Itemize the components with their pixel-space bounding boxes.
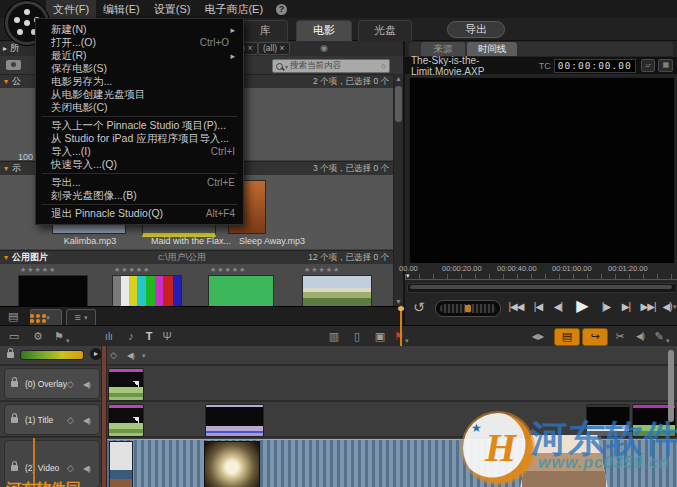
menu-item-export[interactable]: 导出...Ctrl+E [36,176,243,189]
audio-monitor-icon[interactable]: ◀) [632,329,648,344]
speaker-mute-icon[interactable]: ◀) [83,464,90,473]
scrollbar-thumb[interactable] [395,86,402,122]
timecode-display[interactable]: 00:00:00.00 [554,59,636,73]
scrubber-marker[interactable] [400,308,402,346]
camera-icon[interactable] [6,60,21,70]
menu-item-save-movie-as[interactable]: 电影另存为... [36,75,243,88]
person-filter-icon[interactable]: ◉ [320,43,328,53]
menu-item-exit[interactable]: 退出 Pinnacle Studio(Q)Alt+F4 [36,207,243,220]
rating-stars[interactable]: ★★★★★ [210,266,246,274]
music-item-name[interactable]: Kalimba.mp3 [40,236,140,246]
photo-thumbnail-landscape[interactable] [302,275,372,307]
photo-thumbnail-black[interactable] [18,275,88,307]
search-dropdown-caret[interactable]: ▾ [285,63,288,70]
scroll-down-icon[interactable]: ▼ [395,298,402,305]
photo-thumbnail-green[interactable] [208,275,274,307]
lock-icon[interactable] [11,417,18,423]
speaker-mute-icon[interactable]: ◀) [83,380,90,389]
jump-to-start-button[interactable]: |◀◀ [505,298,527,316]
scrollbar-thumb[interactable] [410,285,672,289]
trash-icon[interactable]: ▯ [350,329,364,344]
collapse-icon[interactable]: ▾ [4,164,8,173]
menu-item-open[interactable]: 打开...(O)Ctrl+O [36,36,243,49]
overlay-clip[interactable] [108,368,144,401]
lock-icon[interactable] [7,352,14,358]
red-marker-icon[interactable]: ⚑ [392,329,406,344]
menu-item-import[interactable]: 导入...(I)Ctrl+I [36,145,243,158]
menu-item-recent[interactable]: 最近(R)▸ [36,49,243,62]
previous-clip-button[interactable]: |◀ [529,298,547,316]
menu-setup[interactable]: 设置(S) [147,0,198,18]
search-clear-icon[interactable]: ○ [381,61,386,71]
eye-visibility-icon[interactable]: ◇ [67,415,74,425]
scroll-up-icon[interactable]: ▲ [395,75,402,82]
audio-mixer-icon[interactable]: ılı [100,329,118,344]
list-view-button[interactable]: ≡ ▾ [66,309,96,326]
title-clip[interactable] [205,404,264,437]
collapse-icon[interactable]: ▾ [4,253,8,262]
keyframe-note-icon[interactable]: ♪ [124,329,138,344]
volume-caret-icon[interactable]: ▾ [673,303,677,311]
send-to-timeline-button[interactable]: ↪ [582,328,608,346]
video-clip-with-waveform[interactable] [101,439,677,487]
menu-item-import-previous-project[interactable]: 导入上一个 Pinnacle Studio 项目(P)... [36,119,243,132]
tab-movie[interactable]: 电影 [296,20,352,41]
menu-item-import-ipad-project[interactable]: 从 Studio for iPad 应用程序项目导入... [36,132,243,145]
razor-split-icon[interactable]: ✂ [612,329,628,344]
rating-stars[interactable]: ★★★★★ [114,266,150,274]
edit-tool-icon[interactable]: ✎ [652,329,666,344]
chevron-down-icon[interactable]: ▾ [46,314,50,322]
storyboard-toggle-button[interactable]: ▤ [554,328,580,346]
preview-horizontal-scrollbar[interactable] [407,283,677,293]
film-strip-icon[interactable]: ▥ [326,329,342,344]
chevron-down-icon[interactable]: ▾ [142,352,146,360]
track-header-title[interactable]: (1) Title ◇ ◀) [4,404,100,435]
title-clip[interactable] [108,404,144,437]
eye-visibility-icon[interactable]: ◇ [67,463,74,473]
title-editor-icon[interactable]: T [142,329,156,344]
tree-collapse-arrow[interactable]: ▸ [3,44,7,53]
search-input[interactable]: ▾ 搜索当前内容 ○ [272,59,390,73]
menu-item-save-movie[interactable]: 保存电影(S) [36,62,243,75]
step-forward-button[interactable]: |▶ [597,298,615,316]
voiceover-mic-icon[interactable]: Ψ [160,329,174,344]
track-header-overlay[interactable]: (0) Overlay ◇ ◀) [4,368,100,399]
photo-thumbnail-colorbars[interactable] [112,275,182,307]
lock-icon[interactable] [11,381,18,387]
info-view-icon[interactable]: ▤ [8,311,18,322]
menu-item-close-movie[interactable]: 关闭电影(C) [36,101,243,114]
eye-visibility-icon[interactable]: ◇ [67,379,74,389]
video-preview[interactable] [409,77,675,264]
step-back-button[interactable]: ◀| [549,298,567,316]
timeline-ruler[interactable]: 00.00 00:00:20.00 00:00:40.00 00:01:00.0… [405,263,677,281]
help-icon[interactable]: ? [276,4,287,15]
menu-item-new[interactable]: 新建(N)▸ [36,23,243,36]
marker-flag-icon[interactable]: ⚑ [52,329,66,344]
rating-stars[interactable]: ★★★★★ [20,266,56,274]
chevron-down-icon[interactable]: ▾ [84,314,88,322]
filter-chip-2[interactable]: (all) × [258,42,290,55]
tracks-scrollbar-thumb[interactable] [668,350,674,422]
undock-preview-icon[interactable]: ▱ [641,59,656,72]
fullscreen-preview-icon[interactable]: ▦ [658,59,673,72]
menu-item-create-disc-project[interactable]: 从电影创建光盘项目 [36,88,243,101]
collapse-icon[interactable]: ▾ [4,77,8,86]
lock-icon[interactable] [11,465,18,471]
snapshot-icon[interactable]: ▣ [372,329,388,344]
next-clip-button[interactable]: ▶| [617,298,635,316]
play-button[interactable]: ▶ [569,294,595,318]
eye-visibility-icon[interactable]: ◇ [110,350,117,360]
jump-to-end-button[interactable]: ▶▶| [637,298,659,316]
timeline-settings-gear-icon[interactable]: ⚙ [30,329,46,344]
tab-disc[interactable]: 光盘 [358,20,412,41]
track-size-icon[interactable]: ▭ [6,329,22,344]
grid-view-button[interactable]: ▾ [30,309,62,326]
rating-stars[interactable]: ★★★★★ [304,266,340,274]
menu-item-quick-import[interactable]: 快速导入...(Q) [36,158,243,171]
loop-playback-icon[interactable]: ↺ [413,300,425,314]
tab-library[interactable]: 库 [242,20,288,41]
jog-shuttle-wheel[interactable] [435,300,501,317]
ruler-playhead-caret[interactable]: ▾ [406,272,410,280]
menu-file[interactable]: 文件(F) [46,0,96,18]
section-header-photos[interactable]: ▾ 公用图片 c:\用户\公用 12 个项，已选择 0 个 [0,250,403,265]
